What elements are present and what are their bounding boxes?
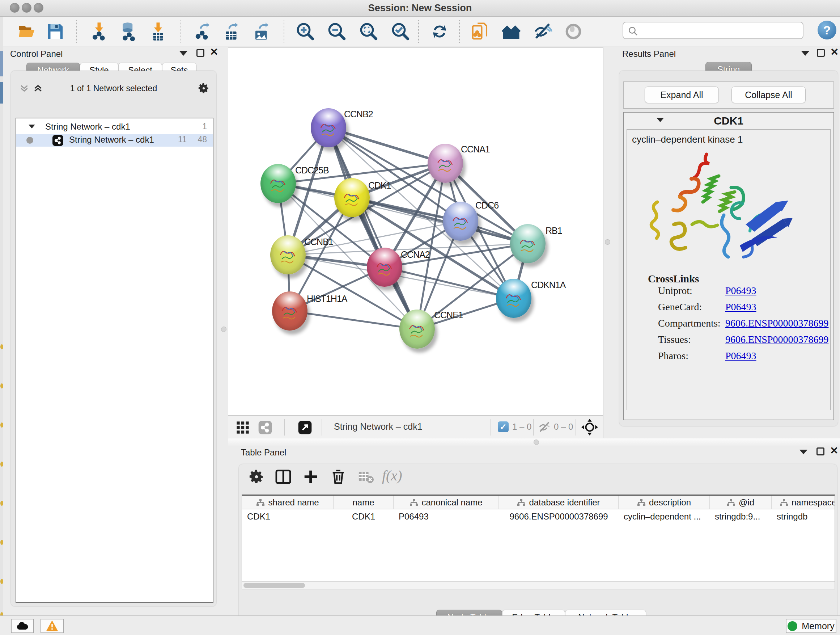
- network-node-cdk1[interactable]: [334, 178, 370, 217]
- column-header-database-identifier[interactable]: database identifier: [499, 496, 619, 509]
- network-options-gear-icon[interactable]: [197, 82, 210, 95]
- splitter-grip-left[interactable]: [221, 326, 226, 332]
- window-title: Session: New Session: [0, 3, 840, 14]
- zoom-fit-icon[interactable]: [359, 22, 378, 41]
- selected-counts: 1 – 0: [512, 422, 531, 432]
- control-panel-close-icon[interactable]: ✕: [210, 48, 218, 56]
- delete-column-icon[interactable]: [330, 469, 347, 485]
- clone-network-icon[interactable]: [470, 22, 490, 41]
- crosslink-link[interactable]: P06493: [725, 350, 756, 362]
- network-node-ccna2[interactable]: [367, 248, 402, 287]
- cloud-status-button[interactable]: [11, 619, 34, 633]
- navigator-crosshair-icon[interactable]: [581, 419, 598, 435]
- horizontal-splitter[interactable]: [228, 439, 840, 446]
- node-label-ccna2: CCNA2: [401, 249, 430, 260]
- entry-name: CDK1: [624, 115, 834, 127]
- splitter-grip-right[interactable]: [605, 239, 610, 245]
- show-all-icon[interactable]: [564, 22, 583, 41]
- network-node-cdc25b[interactable]: [261, 164, 296, 203]
- export-network-icon[interactable]: [193, 22, 213, 41]
- first-neighbors-icon[interactable]: [501, 22, 521, 41]
- crosslink-link[interactable]: 9606.ENSP00000378699: [725, 318, 829, 329]
- help-button[interactable]: ?: [818, 21, 836, 40]
- export-table-icon[interactable]: [222, 22, 241, 41]
- column-header-namespace[interactable]: namespace: [772, 496, 835, 509]
- string-network-icon: [52, 135, 63, 146]
- zoom-out-icon[interactable]: [327, 22, 347, 41]
- network-node-cdkn1a[interactable]: [496, 279, 531, 318]
- show-columns-icon[interactable]: [275, 469, 292, 485]
- hide-selected-icon[interactable]: [533, 22, 553, 41]
- cell-database-identifier[interactable]: 9606.ENSP00000378699: [499, 511, 619, 524]
- crosslink-link[interactable]: P06493: [725, 301, 756, 313]
- cell-canonical-name[interactable]: P06493: [393, 511, 499, 524]
- column-header-description[interactable]: description: [619, 496, 710, 509]
- column-header-shared-name[interactable]: shared name: [242, 496, 333, 509]
- result-entry-header[interactable]: CDK1: [624, 112, 834, 129]
- node-table: shared namenamecanonical namedatabase id…: [242, 494, 835, 581]
- table-panel-menu-icon[interactable]: [799, 450, 807, 454]
- toolbar-separator: [180, 20, 181, 43]
- results-panel-float-icon[interactable]: [817, 49, 825, 57]
- network-edge[interactable]: [385, 267, 514, 298]
- network-node-ccna1[interactable]: [428, 144, 463, 183]
- expand-all-button[interactable]: Expand All: [645, 87, 719, 103]
- network-canvas[interactable]: CCNB2CCNA1CDC25BCDK1CDC6RB1CCNB1CCNA2CDK…: [228, 48, 603, 416]
- network-node-ccnb1[interactable]: [270, 235, 306, 274]
- network-node-hist1h1a[interactable]: [272, 291, 308, 331]
- import-table-file-icon[interactable]: [148, 22, 168, 41]
- splitter-grip-bottom[interactable]: [534, 440, 539, 445]
- cell-description[interactable]: cyclin–dependent ...: [619, 511, 710, 524]
- node-label-cdkn1a: CDKN1A: [531, 280, 565, 290]
- refresh-icon[interactable]: [430, 22, 449, 41]
- save-session-icon[interactable]: [46, 22, 65, 41]
- column-header-canonical-name[interactable]: canonical name: [393, 496, 499, 509]
- network-collection-row[interactable]: String Network – cdk1 1: [16, 121, 213, 134]
- collection-count: 1: [202, 122, 207, 131]
- cell--id[interactable]: stringdb:9...: [710, 511, 772, 524]
- network-node-rb1[interactable]: [510, 224, 546, 263]
- results-panel-close-icon[interactable]: ✕: [830, 48, 838, 56]
- network-node-ccne1[interactable]: [399, 310, 435, 348]
- open-in-window-icon[interactable]: [298, 420, 312, 435]
- collection-expand-icon[interactable]: [28, 125, 35, 128]
- column-header--id[interactable]: @id: [710, 496, 772, 509]
- string-view-icon[interactable]: [258, 420, 272, 435]
- open-session-icon[interactable]: [17, 22, 37, 41]
- add-column-icon[interactable]: [302, 469, 319, 485]
- network-edge[interactable]: [328, 128, 445, 163]
- scrollbar-thumb[interactable]: [243, 583, 305, 588]
- table-horizontal-scrollbar[interactable]: [242, 581, 835, 589]
- network-node-cdc6[interactable]: [443, 202, 478, 241]
- network-edge[interactable]: [290, 311, 417, 329]
- cell-shared-name[interactable]: CDK1: [242, 511, 333, 524]
- table-options-gear-icon[interactable]: [248, 469, 265, 485]
- node-label-cdc6: CDC6: [475, 200, 499, 211]
- cell-name[interactable]: CDK1: [333, 511, 393, 524]
- network-row-selected[interactable]: String Network – cdk1 11 48: [16, 134, 213, 147]
- crosslink-link[interactable]: P06493: [725, 285, 756, 296]
- crosslink-link[interactable]: 9606.ENSP00000378699: [725, 334, 829, 345]
- string-results-card: Expand All Collapse All CDK1 cyclin–depe…: [619, 71, 838, 426]
- control-panel-menu-icon[interactable]: [180, 51, 187, 56]
- selected-checkbox-icon[interactable]: ✓: [498, 421, 508, 432]
- entry-description: cyclin–dependent kinase 1: [632, 134, 743, 145]
- results-panel-menu-icon[interactable]: [801, 51, 809, 56]
- import-network-file-icon[interactable]: [89, 22, 109, 41]
- network-node-ccnb2[interactable]: [311, 108, 346, 147]
- memory-button[interactable]: Memory: [786, 619, 836, 633]
- control-panel-float-icon[interactable]: [196, 49, 204, 57]
- table-panel-close-icon[interactable]: ✕: [830, 447, 838, 455]
- import-network-database-icon[interactable]: [118, 22, 138, 41]
- collapse-all-button[interactable]: Collapse All: [731, 87, 806, 103]
- warnings-button[interactable]: [41, 619, 64, 633]
- birds-eye-view-icon[interactable]: [235, 420, 250, 435]
- table-panel-float-icon[interactable]: [816, 448, 824, 455]
- zoom-selected-icon[interactable]: [391, 22, 410, 41]
- network-list-card: 1 of 1 Network selected String Network –…: [11, 71, 216, 606]
- cell-namespace[interactable]: stringdb: [772, 511, 835, 524]
- search-input[interactable]: [622, 22, 804, 39]
- column-header-name[interactable]: name: [333, 496, 393, 509]
- zoom-in-icon[interactable]: [295, 22, 315, 41]
- export-image-icon[interactable]: [252, 22, 272, 41]
